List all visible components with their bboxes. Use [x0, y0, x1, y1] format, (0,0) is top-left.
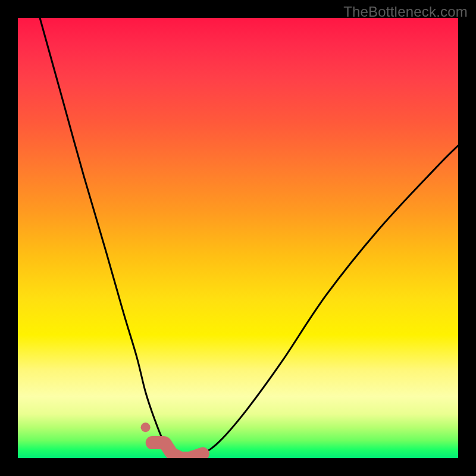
curve-path [40, 18, 458, 458]
plot-area [18, 18, 458, 458]
watermark-text: TheBottleneck.com [343, 4, 468, 20]
highlight-dot-circle [141, 422, 151, 432]
chart-frame: TheBottleneck.com [0, 0, 476, 476]
highlight-band-path [152, 443, 203, 458]
curve-layer [18, 18, 458, 458]
highlight-dot [141, 422, 151, 432]
bottleneck-curve [40, 18, 458, 458]
highlight-band [152, 443, 203, 458]
